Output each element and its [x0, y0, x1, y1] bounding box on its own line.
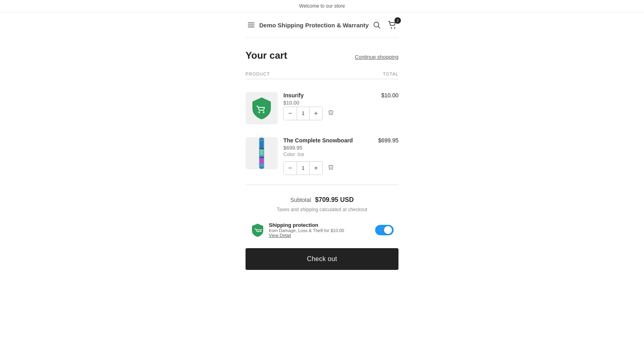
insurify-shield-icon — [250, 96, 274, 120]
product-column-header: Product — [246, 72, 270, 76]
toggle-slider — [375, 225, 394, 235]
snowboard-qty-control: − 1 + — [283, 161, 323, 175]
svg-point-8 — [263, 111, 264, 113]
trash-icon — [328, 109, 334, 116]
continue-shopping-link[interactable]: Continue shopping — [355, 54, 398, 60]
insurify-image-box — [246, 92, 278, 124]
cart-button[interactable]: 2 — [386, 19, 398, 31]
shipping-protection-toggle[interactable] — [375, 225, 394, 235]
total-column-header: Total — [383, 72, 398, 76]
menu-icon — [247, 21, 255, 29]
trash-icon — [328, 164, 334, 171]
svg-rect-14 — [260, 157, 264, 158]
sp-view-detail-link[interactable]: View Detail — [269, 233, 291, 238]
cart-divider — [246, 185, 398, 185]
taxes-note: Taxes and shipping calculated at checkou… — [246, 207, 398, 212]
site-header: Demo Shipping Protection & Warranty 2 — [246, 12, 398, 38]
shipping-protection-text: Shipping protection from Damage, Loss & … — [269, 222, 371, 238]
cart-header-row: Your cart Continue shopping — [246, 50, 398, 61]
checkout-button[interactable]: Check out — [246, 248, 398, 270]
shipping-protection-icon — [250, 223, 265, 237]
svg-rect-13 — [260, 148, 264, 149]
svg-point-15 — [259, 138, 264, 140]
insurify-product-details: Insurify $10.00 − 1 + — [283, 92, 376, 120]
site-logo: Demo Shipping Protection & Warranty — [257, 21, 371, 29]
insurify-qty-value: 1 — [297, 107, 310, 120]
search-icon — [373, 21, 381, 29]
snowboard-variant: Color: Ice — [283, 152, 372, 157]
main-content: Your cart Continue shopping Product Tota… — [246, 38, 398, 298]
insurify-price: $10.00 — [283, 100, 376, 106]
snowboard-qty-value: 1 — [297, 162, 310, 175]
shipping-protection-box: Shipping protection from Damage, Loss & … — [246, 218, 398, 242]
insurify-total: $10.00 — [381, 92, 398, 99]
snowboard-name: The Complete Snowboard — [283, 137, 372, 144]
svg-rect-11 — [260, 150, 264, 155]
svg-point-5 — [391, 27, 392, 29]
snowboard-product-details: The Complete Snowboard $699.95 Color: Ic… — [283, 137, 372, 175]
top-banner: Welcome to our store — [0, 0, 644, 12]
banner-text: Welcome to our store — [299, 3, 345, 9]
svg-point-7 — [258, 111, 260, 113]
insurify-qty-decrease[interactable]: − — [284, 107, 297, 120]
snowboard-total: $699.95 — [378, 137, 398, 144]
snowboard-image-box — [246, 137, 278, 169]
svg-line-4 — [378, 27, 380, 29]
cart-item: Insurify $10.00 − 1 + $10.00 — [246, 86, 398, 131]
snowboard-image — [252, 137, 272, 169]
cart-item: The Complete Snowboard $699.95 Color: Ic… — [246, 131, 398, 181]
snowboard-price: $699.95 — [283, 145, 372, 151]
menu-button[interactable] — [246, 19, 257, 31]
sp-desc-text: from Damage, Loss & Theft for $10.00 — [269, 228, 344, 233]
subtotal-amount: $709.95 USD — [315, 196, 354, 204]
snowboard-qty-increase[interactable]: + — [310, 162, 322, 175]
sp-title: Shipping protection — [269, 222, 371, 228]
svg-point-16 — [259, 166, 264, 169]
insurify-qty-row: − 1 + — [283, 107, 376, 120]
svg-point-6 — [394, 27, 395, 29]
cart-title: Your cart — [246, 50, 287, 61]
insurify-qty-control: − 1 + — [283, 107, 323, 120]
subtotal-label: Subtotal — [290, 197, 311, 203]
subtotal-section: Subtotal $709.95 USD Taxes and shipping … — [246, 188, 398, 274]
cart-badge: 2 — [394, 17, 401, 24]
cart-table-header: Product Total — [246, 69, 398, 79]
insurify-name: Insurify — [283, 92, 376, 99]
svg-rect-10 — [260, 141, 264, 148]
snowboard-delete-button[interactable] — [326, 162, 336, 174]
snowboard-qty-decrease[interactable]: − — [284, 162, 297, 175]
insurify-delete-button[interactable] — [326, 108, 336, 119]
insurify-qty-increase[interactable]: + — [310, 107, 322, 120]
subtotal-row: Subtotal $709.95 USD — [246, 196, 398, 204]
sp-description: from Damage, Loss & Theft for $10.00 Vie… — [269, 228, 371, 238]
search-button[interactable] — [371, 19, 382, 31]
snowboard-qty-row: − 1 + — [283, 161, 372, 175]
